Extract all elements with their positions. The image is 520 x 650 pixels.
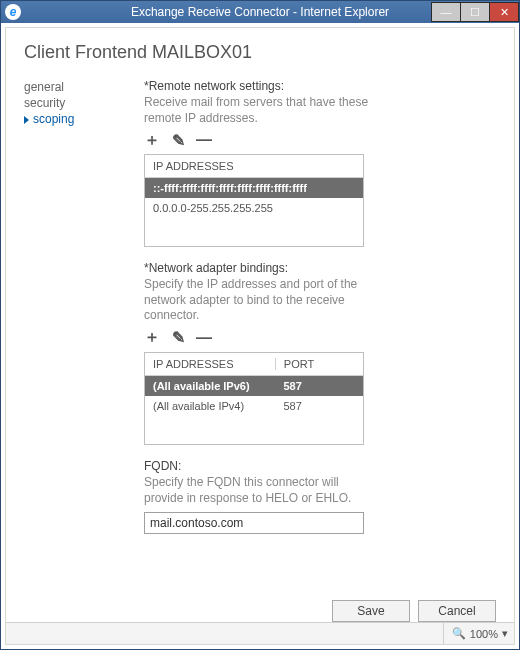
list-item-text: 0.0.0.0-255.255.255.255: [153, 202, 273, 214]
bindings-body: (All available IPv6) 587 (All available …: [145, 376, 363, 444]
zoom-value: 100%: [470, 628, 498, 640]
sidenav-item-general[interactable]: general: [24, 79, 144, 95]
sidenav-item-security[interactable]: security: [24, 95, 144, 111]
list-item[interactable]: ::-ffff:ffff:ffff:ffff:ffff:ffff:ffff:ff…: [145, 178, 363, 198]
main-panel: *Remote network settings: Receive mail f…: [144, 79, 496, 590]
bindings-label: *Network adapter bindings:: [144, 261, 496, 275]
save-button[interactable]: Save: [332, 600, 410, 622]
edit-icon[interactable]: ✎: [170, 132, 186, 148]
button-row: Save Cancel: [24, 600, 496, 622]
maximize-button[interactable]: ☐: [460, 2, 490, 22]
list-item-text: ::-ffff:ffff:ffff:ffff:ffff:ffff:ffff:ff…: [153, 182, 307, 194]
cancel-button[interactable]: Cancel: [418, 600, 496, 622]
binding-ip: (All available IPv4): [153, 400, 275, 412]
plus-icon[interactable]: ＋: [144, 330, 160, 346]
zoom-control[interactable]: 🔍 100% ▾: [443, 623, 508, 644]
content-outer: Client Frontend MAILBOX01 general securi…: [1, 23, 519, 649]
minus-icon[interactable]: —: [196, 132, 212, 148]
binding-port: 587: [275, 400, 355, 412]
fqdn-input[interactable]: [144, 512, 364, 534]
remote-label: *Remote network settings:: [144, 79, 496, 93]
fqdn-help: Specify the FQDN this connector will pro…: [144, 475, 374, 506]
edit-icon[interactable]: ✎: [170, 330, 186, 346]
plus-icon[interactable]: ＋: [144, 132, 160, 148]
statusbar: 🔍 100% ▾: [6, 622, 514, 644]
bindings-header-ip: IP ADDRESSES: [153, 358, 275, 370]
minimize-button[interactable]: —: [431, 2, 461, 22]
remote-help: Receive mail from servers that have thes…: [144, 95, 374, 126]
remote-ip-header: IP ADDRESSES: [145, 155, 363, 178]
table-row[interactable]: (All available IPv6) 587: [145, 376, 363, 396]
zoom-icon: 🔍: [452, 627, 466, 640]
chevron-down-icon: ▾: [502, 627, 508, 640]
ie-icon: e: [5, 4, 21, 20]
remote-ip-body: ::-ffff:ffff:ffff:ffff:ffff:ffff:ffff:ff…: [145, 178, 363, 246]
remote-ip-list: IP ADDRESSES ::-ffff:ffff:ffff:ffff:ffff…: [144, 154, 364, 247]
bindings-help: Specify the IP addresses and port of the…: [144, 277, 374, 324]
content-inner: Client Frontend MAILBOX01 general securi…: [5, 27, 515, 645]
bindings-grid: IP ADDRESSES PORT (All available IPv6) 5…: [144, 352, 364, 445]
close-button[interactable]: ✕: [489, 2, 519, 22]
binding-ip: (All available IPv6): [153, 380, 275, 392]
bindings-header-port: PORT: [275, 358, 355, 370]
window: e Exchange Receive Connector - Internet …: [0, 0, 520, 650]
bindings-toolbar: ＋ ✎ —: [144, 330, 496, 346]
list-item[interactable]: 0.0.0.0-255.255.255.255: [145, 198, 363, 218]
sidenav-item-scoping[interactable]: scoping: [24, 111, 144, 127]
minus-icon[interactable]: —: [196, 330, 212, 346]
sidenav: general security scoping: [24, 79, 144, 590]
titlebar: e Exchange Receive Connector - Internet …: [1, 1, 519, 23]
binding-port: 587: [275, 380, 355, 392]
window-controls: — ☐ ✕: [432, 2, 519, 22]
table-row[interactable]: (All available IPv4) 587: [145, 396, 363, 416]
bindings-header: IP ADDRESSES PORT: [145, 353, 363, 376]
body: general security scoping *Remote network…: [24, 79, 496, 590]
remote-toolbar: ＋ ✎ —: [144, 132, 496, 148]
fqdn-label: FQDN:: [144, 459, 496, 473]
page-title: Client Frontend MAILBOX01: [24, 42, 496, 63]
